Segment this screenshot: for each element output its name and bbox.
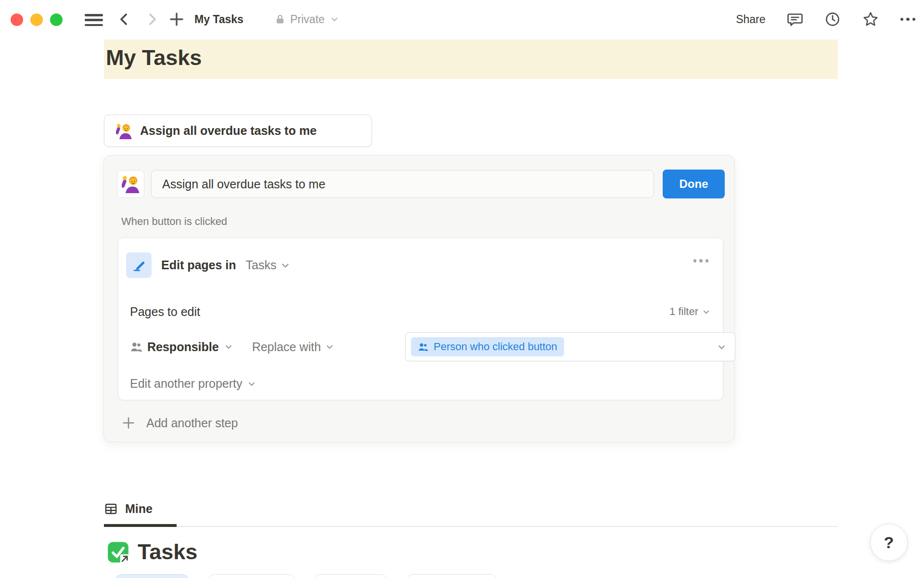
people-icon xyxy=(130,341,143,354)
chevron-down-icon xyxy=(324,342,335,352)
notion-window: My Tasks Private Share My Tasks Ass xyxy=(0,0,924,578)
filter-pill[interactable] xyxy=(114,574,190,578)
property-label: Responsible xyxy=(147,340,219,354)
filter-dropdown[interactable]: 1 filter xyxy=(669,305,711,318)
filter-pill[interactable] xyxy=(406,574,498,578)
target-database-select[interactable]: Tasks xyxy=(246,258,291,272)
chevron-down-icon xyxy=(223,342,234,352)
minimize-window-button[interactable] xyxy=(30,13,43,26)
value-select[interactable]: Person who clicked button xyxy=(405,332,735,361)
add-another-step-label: Add another step xyxy=(146,416,238,430)
tab-divider xyxy=(104,526,838,527)
filter-pill[interactable] xyxy=(313,574,388,578)
button-name-input[interactable] xyxy=(151,170,654,198)
database-title: Tasks xyxy=(138,539,197,565)
woman-raising-hand-emoji xyxy=(116,123,132,139)
database-heading: Tasks xyxy=(107,539,197,565)
property-select[interactable]: Responsible xyxy=(130,340,234,354)
add-another-step-button[interactable]: Add another step xyxy=(121,416,238,430)
button-emoji-picker[interactable] xyxy=(117,170,144,198)
more-icon[interactable] xyxy=(900,18,916,21)
step-action-label: Edit pages in xyxy=(161,258,236,272)
check-mark-linked-emoji xyxy=(107,541,129,564)
page-button-block[interactable]: Assign all overdue tasks to me xyxy=(104,115,372,147)
chevron-right-icon xyxy=(144,12,160,27)
step-card-header: Edit pages in Tasks xyxy=(126,252,291,278)
star-icon[interactable] xyxy=(862,11,879,28)
chevron-down-icon xyxy=(716,342,727,353)
privacy-menu[interactable]: Private xyxy=(274,0,340,39)
pencil-edit-icon xyxy=(132,258,146,273)
automation-step-card: Edit pages in Tasks Pages to edit 1 filt… xyxy=(118,237,723,400)
breadcrumb-page-title[interactable]: My Tasks xyxy=(194,0,244,39)
lock-icon xyxy=(274,13,286,25)
topbar: My Tasks Private Share xyxy=(0,0,924,39)
chevron-down-icon xyxy=(701,307,711,317)
plus-icon xyxy=(168,11,185,27)
topbar-actions: Share xyxy=(736,0,915,39)
woman-raising-hand-emoji xyxy=(122,175,140,193)
done-button[interactable]: Done xyxy=(663,170,725,198)
operation-select[interactable]: Replace with xyxy=(252,340,335,354)
back-button[interactable] xyxy=(116,0,132,39)
page-banner xyxy=(104,39,838,79)
help-button[interactable]: ? xyxy=(870,524,908,561)
button-editor-panel: Done When button is clicked Edit pages i… xyxy=(103,155,735,442)
chevron-down-icon xyxy=(329,14,340,25)
comment-icon[interactable] xyxy=(787,11,803,27)
edit-another-property-button[interactable]: Edit another property xyxy=(130,377,257,391)
step-more-icon[interactable] xyxy=(693,259,709,263)
filter-pill[interactable] xyxy=(207,574,296,578)
clock-icon[interactable] xyxy=(824,11,841,27)
page-title: My Tasks xyxy=(106,45,202,70)
table-view-icon xyxy=(104,502,118,516)
sidebar-toggle-icon[interactable] xyxy=(85,14,103,26)
share-button[interactable]: Share xyxy=(736,13,765,26)
pages-to-edit-row: Pages to edit 1 filter xyxy=(130,302,711,321)
privacy-label: Private xyxy=(290,13,325,26)
operation-label: Replace with xyxy=(252,340,321,354)
zoom-window-button[interactable] xyxy=(50,13,63,26)
close-window-button[interactable] xyxy=(11,13,23,26)
people-icon xyxy=(418,342,429,353)
page-button-label: Assign all overdue tasks to me xyxy=(140,124,317,138)
filter-count-label: 1 filter xyxy=(669,305,698,318)
active-tab-underline xyxy=(104,524,177,527)
chevron-down-icon xyxy=(246,379,257,389)
value-label: Person who clicked button xyxy=(434,341,557,353)
person-value-chip: Person who clicked button xyxy=(411,337,564,356)
chevron-left-icon xyxy=(116,12,132,27)
property-edit-row: Responsible Replace with Person who clic… xyxy=(130,332,335,361)
pages-to-edit-label: Pages to edit xyxy=(130,305,200,319)
tab-mine[interactable]: Mine xyxy=(104,494,153,523)
trigger-label: When button is clicked xyxy=(121,215,227,228)
plus-icon xyxy=(121,416,136,430)
edit-another-property-label: Edit another property xyxy=(130,377,242,391)
target-database-label: Tasks xyxy=(246,258,277,272)
new-page-button[interactable] xyxy=(168,0,185,39)
edit-pages-iconbox xyxy=(126,252,152,278)
forward-button[interactable] xyxy=(144,0,160,39)
tab-mine-label: Mine xyxy=(125,502,153,516)
chevron-down-icon xyxy=(280,260,291,271)
